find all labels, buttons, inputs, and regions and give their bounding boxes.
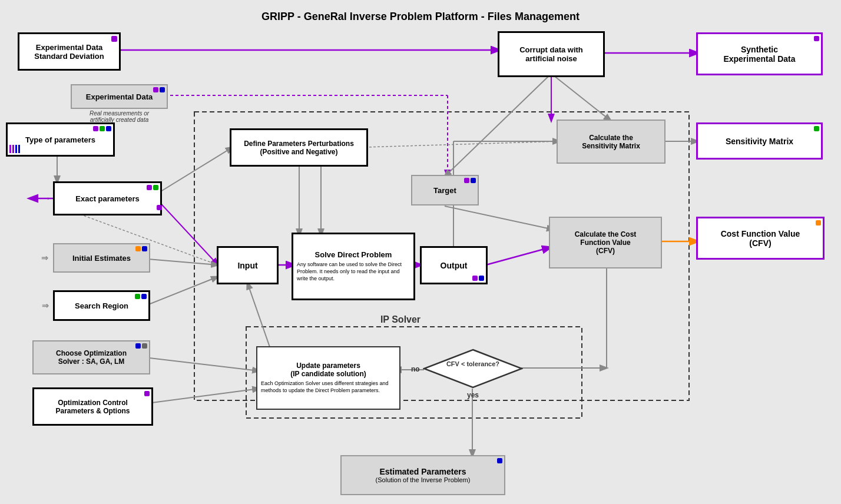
svg-line-11 [144, 277, 218, 306]
dot-b5 [135, 343, 141, 349]
synth-dots [814, 36, 819, 41]
exp-data-dots [153, 87, 165, 92]
bar-p [9, 145, 11, 153]
output-label: Output [441, 261, 468, 270]
exp-data-box[interactable]: Experimental Data [71, 84, 168, 109]
exact-params-dots [147, 185, 158, 190]
choose-solver-label: Choose Optimization Solver : SA, GA, LM [56, 349, 127, 366]
bar-b [15, 145, 17, 153]
estimated-params-box[interactable]: Estimated Parameters (Solution of the In… [340, 455, 505, 495]
update-params-box[interactable]: Update parameters(IP candidate solution)… [256, 346, 400, 410]
svg-line-28 [247, 283, 271, 350]
page-title: GRIPP - GeneRal Inverse Problem Platform… [0, 5, 841, 29]
svg-line-31 [551, 74, 611, 121]
calc-cfv-box[interactable]: Calculate the Cost Function Value (CFV) [549, 217, 662, 268]
exact-params-box[interactable]: Exact parameters → [53, 181, 162, 215]
target-box[interactable]: Target [411, 175, 479, 205]
exp-data-std-label: Experimental Data Standard Deviation [34, 43, 104, 61]
yes-label: yes [467, 391, 479, 399]
initial-dots [135, 246, 147, 251]
synthetic-exp-data-box[interactable]: Synthetic Experimental Data [696, 32, 823, 75]
svg-line-18 [445, 206, 554, 230]
svg-line-12 [144, 357, 259, 371]
solver-dots [135, 343, 147, 349]
define-perturbations-label: Define Parameters Perturbations (Positiv… [244, 140, 354, 156]
bar-b2 [18, 145, 20, 153]
dot-o2 [816, 220, 821, 226]
dot-g3 [135, 294, 140, 299]
svg-line-6 [445, 74, 551, 177]
solve-direct-subtitle: Any software can be used to solve the Di… [297, 261, 410, 282]
dot-p4 [472, 276, 478, 281]
input-label: Input [237, 261, 257, 270]
dot-b3 [142, 246, 147, 251]
solve-direct-box[interactable]: Solve Direct Problem Any software can be… [292, 233, 415, 300]
estimated-params-label: Estimated Parameters (Solution of the In… [376, 467, 471, 483]
exp-data-subtitle: Real measurements orartificially created… [71, 110, 168, 123]
choose-solver-box[interactable]: Choose Optimization Solver : SA, GA, LM [32, 340, 150, 374]
svg-line-13 [147, 389, 259, 403]
no-label: no [411, 365, 420, 373]
opt-control-box[interactable]: Optimization Control Parameters & Option… [32, 387, 153, 426]
dot-b1 [106, 126, 111, 131]
svg-line-19 [486, 247, 551, 265]
sensitivity-matrix-box[interactable]: Sensitivity Matrix [696, 122, 823, 160]
svg-text:CFV < tolerance?: CFV < tolerance? [446, 360, 499, 367]
dot-b4 [141, 294, 147, 299]
dot-b [160, 87, 165, 92]
solve-direct-title: Solve Direct Problem [297, 250, 410, 259]
update-params-subtitle: Each Optimization Solver uses different … [261, 380, 396, 394]
svg-marker-35 [424, 350, 522, 387]
exact-params-bottom-dots [157, 205, 162, 210]
initial-estimates-box[interactable]: Initial Estimates ⇒ [53, 243, 150, 273]
dot-b6 [479, 276, 484, 281]
search-arrow: ⇒ [42, 301, 49, 310]
dot-p3 [144, 391, 150, 396]
input-box[interactable]: Input [217, 246, 279, 284]
exp-data-std-box[interactable]: Experimental Data Standard Deviation [18, 32, 121, 71]
cfv-diamond-svg: CFV < tolerance? [423, 349, 523, 389]
dot-gray [142, 343, 147, 349]
svg-line-8 [156, 198, 218, 265]
svg-line-10 [147, 259, 218, 265]
dot-g4 [814, 126, 819, 131]
cost-function-label: Cost Function Value (CFV) [721, 229, 800, 248]
exact-params-label: Exact parameters [75, 194, 139, 203]
dot-o [135, 246, 141, 251]
cost-function-box[interactable]: Cost Function Value (CFV) [696, 217, 825, 260]
target-label: Target [433, 186, 456, 195]
type-params-dots [93, 126, 111, 131]
corrupt-data-label: Corrupt data with artificial noise [519, 45, 583, 63]
sensitivity-matrix-label: Sensitivity Matrix [726, 137, 793, 146]
svg-line-32 [365, 141, 559, 147]
dot-p6 [814, 36, 819, 41]
type-params-label: Type of parameters [25, 135, 95, 144]
exp-data-label: Experimental Data [86, 92, 153, 101]
output-box[interactable]: Output [420, 246, 488, 284]
opt-control-label: Optimization Control Parameters & Option… [55, 399, 130, 415]
corrupt-data-box[interactable]: Corrupt data with artificial noise [498, 31, 605, 77]
type-params-box[interactable]: Type of parameters [6, 122, 115, 157]
dot-pb [157, 205, 162, 210]
define-perturbations-box[interactable]: Define Parameters Perturbations (Positiv… [230, 128, 368, 167]
search-region-box[interactable]: Search Region ⇒ [53, 290, 150, 321]
ip-solver-label: IP Solver [380, 314, 420, 324]
cfv-dots [816, 220, 821, 226]
opt-dots [144, 391, 150, 396]
dot-purple [111, 36, 117, 42]
search-region-label: Search Region [75, 301, 128, 310]
output-dots [472, 276, 484, 281]
search-dots [135, 294, 147, 299]
type-params-bars [9, 145, 20, 153]
exact-params-arrow-left: → [42, 193, 51, 204]
dot-p1 [93, 126, 98, 131]
svg-line-9 [156, 147, 233, 194]
dot-p5 [464, 178, 469, 183]
calc-sensitivity-box[interactable]: Calculate the Sensitivity Matrix [557, 120, 665, 164]
dot-p2 [147, 185, 152, 190]
initial-estimates-label: Initial Estimates [72, 254, 131, 263]
sens-dots [814, 126, 819, 131]
synthetic-exp-data-label: Synthetic Experimental Data [723, 45, 795, 64]
estimated-dots [497, 458, 502, 463]
dot-g1 [100, 126, 105, 131]
